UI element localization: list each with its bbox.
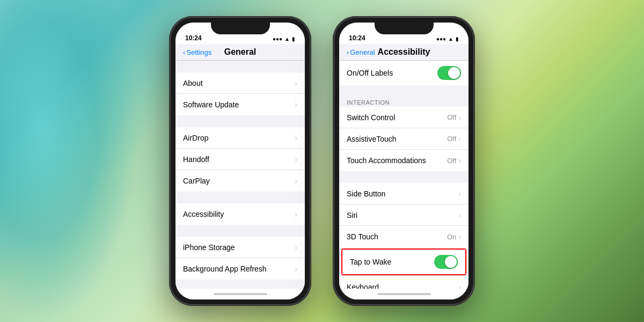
siri-right: › [458, 211, 461, 219]
item-about[interactable]: About › [175, 72, 305, 94]
switch-control-right: Off › [447, 113, 461, 122]
touch-accom-value: Off [447, 157, 456, 165]
group-4: iPhone Storage › Background App Refresh … [175, 237, 305, 280]
item-airdrop[interactable]: AirDrop › [175, 127, 305, 149]
item-side-button[interactable]: Side Button › [339, 183, 469, 204]
carplay-label: CarPlay [183, 177, 210, 185]
item-siri[interactable]: Siri › [339, 204, 469, 226]
group-interaction: Switch Control Off › AssistiveTouch Off … [339, 107, 469, 171]
scroll-1: About › Software Update › [175, 61, 305, 289]
nav-back-1[interactable]: ‹ Settings [183, 48, 211, 56]
about-label: About [183, 79, 203, 87]
item-background-app[interactable]: Background App Refresh › [175, 258, 305, 280]
signal-icon-2: ●●● [436, 36, 446, 42]
wifi-icon-1: ▲ [284, 36, 290, 42]
phone-1-screen: 10:24 ●●● ▲ ▮ ‹ Settings General [175, 23, 305, 299]
time-1: 10:24 [185, 34, 202, 42]
item-touch-accom[interactable]: Touch Accommodations Off › [339, 150, 469, 171]
keyboard2-right: › [458, 283, 461, 289]
nav-back-2[interactable]: ‹ General [347, 48, 375, 56]
item-assistivetouch[interactable]: AssistiveTouch Off › [339, 128, 469, 150]
tap-wake-right [434, 255, 458, 269]
software-update-right: › [295, 100, 297, 109]
background-app-label: Background App Refresh [183, 265, 267, 273]
airdrop-label: AirDrop [183, 134, 208, 142]
item-tap-to-wake[interactable]: Tap to Wake [342, 250, 465, 274]
back-label-1[interactable]: Settings [186, 48, 211, 56]
background-app-chevron: › [295, 265, 297, 273]
battery-icon-1: ▮ [292, 36, 295, 42]
nav-title-2: Accessibility [378, 47, 430, 57]
status-icons-1: ●●● ▲ ▮ [273, 36, 295, 42]
item-keyboard2[interactable]: Keyboard › [339, 276, 469, 289]
home-bar-1 [214, 293, 267, 295]
handoff-label: Handoff [183, 155, 209, 164]
item-onoff-labels[interactable]: On/Off Labels [339, 61, 469, 85]
group-onoff: On/Off Labels [339, 61, 469, 85]
assistivetouch-label: AssistiveTouch [347, 135, 397, 143]
onoff-labels-label: On/Off Labels [347, 69, 393, 77]
software-update-label: Software Update [183, 100, 239, 109]
siri-chevron: › [458, 211, 461, 219]
onoff-toggle[interactable] [437, 66, 461, 80]
touch-accom-chevron: › [458, 156, 461, 165]
item-carplay[interactable]: CarPlay › [175, 170, 305, 192]
tap-wake-thumb [445, 256, 457, 268]
home-indicator-2 [339, 289, 469, 299]
item-handoff[interactable]: Handoff › [175, 149, 305, 170]
side-button-chevron: › [458, 189, 461, 198]
touch-accom-right: Off › [447, 156, 461, 165]
about-chevron: › [295, 79, 297, 87]
side-button-label: Side Button [347, 189, 385, 198]
item-software-update[interactable]: Software Update › [175, 94, 305, 115]
accessibility-label: Accessibility [183, 210, 224, 218]
group-2: AirDrop › Handoff › CarPlay [175, 127, 305, 192]
carplay-chevron: › [295, 177, 297, 185]
onoff-right [437, 66, 461, 80]
nav-title-1: General [224, 47, 257, 57]
gap-3 [175, 192, 305, 203]
switch-control-value: Off [447, 113, 456, 121]
airdrop-right: › [295, 134, 297, 142]
nav-bar-1: ‹ Settings General [175, 44, 305, 61]
carplay-right: › [295, 177, 297, 185]
interaction-header: INTERACTION [339, 97, 469, 107]
group-more: Keyboard › Shake to Undo Off › [339, 276, 469, 289]
scroll-2: On/Off Labels INTERACTION [339, 61, 469, 289]
battery-icon-2: ▮ [456, 36, 459, 42]
home-bar-2 [377, 293, 431, 295]
back-label-2[interactable]: General [350, 48, 375, 56]
gap-1 [175, 61, 305, 72]
iphone-storage-label: iPhone Storage [183, 243, 235, 252]
item-switch-control[interactable]: Switch Control Off › [339, 107, 469, 128]
iphone-storage-right: › [295, 243, 297, 252]
group-3: Accessibility › [175, 203, 305, 225]
side-button-right: › [458, 189, 461, 198]
handoff-chevron: › [295, 155, 297, 164]
onoff-thumb [448, 67, 460, 79]
home-indicator-1 [175, 289, 305, 299]
3d-touch-value: On [447, 233, 456, 241]
phone-2-screen: 10:24 ●●● ▲ ▮ ‹ General Accessibility [339, 23, 469, 299]
item-accessibility[interactable]: Accessibility › [175, 203, 305, 225]
phones-container: 10:24 ●●● ▲ ▮ ‹ Settings General [0, 0, 644, 322]
wifi-icon-2: ▲ [448, 36, 453, 42]
assistivetouch-right: Off › [447, 135, 461, 143]
gap-a2 [339, 171, 469, 183]
about-right: › [295, 79, 297, 87]
gap-2 [175, 115, 305, 127]
group-tap-wake: Tap to Wake [341, 248, 466, 275]
switch-control-label: Switch Control [347, 113, 395, 122]
item-iphone-storage[interactable]: iPhone Storage › [175, 237, 305, 258]
back-chevron-2: ‹ [347, 48, 349, 56]
tap-to-wake-label: Tap to Wake [350, 258, 391, 266]
notch-2 [375, 23, 434, 34]
software-update-chevron: › [295, 100, 297, 109]
assistivetouch-chevron: › [458, 135, 461, 143]
phone-2: 10:24 ●●● ▲ ▮ ‹ General Accessibility [333, 16, 475, 306]
iphone-storage-chevron: › [295, 243, 297, 252]
group-1: About › Software Update › [175, 72, 305, 115]
touch-accom-label: Touch Accommodations [347, 156, 426, 165]
tap-wake-toggle[interactable] [434, 255, 458, 269]
item-3d-touch[interactable]: 3D Touch On › [339, 226, 469, 247]
